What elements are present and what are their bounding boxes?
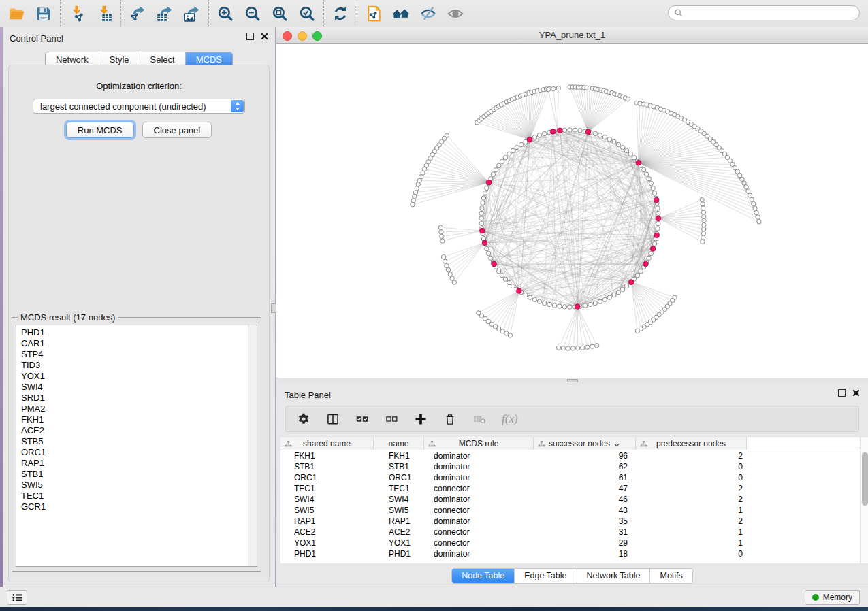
open-file-icon[interactable]: [6, 3, 27, 24]
zoom-fit-icon[interactable]: [270, 3, 290, 24]
cell-predecessor_nodes: 2: [636, 451, 747, 461]
horizontal-splitter-handle[interactable]: [567, 379, 578, 382]
column-header-name[interactable]: name: [374, 437, 424, 450]
float-table-panel-icon[interactable]: [838, 389, 846, 397]
cell-mcds_role: dominator: [424, 549, 534, 559]
table-tabs: Node TableEdge TableNetwork TableMotifs: [276, 568, 868, 584]
delete-icon[interactable]: [443, 412, 457, 426]
tab-network-table[interactable]: Network Table: [577, 569, 650, 583]
zoom-selected-icon[interactable]: [297, 3, 317, 24]
result-list-scrollbar[interactable]: [248, 325, 257, 566]
column-type-icon: [640, 440, 647, 448]
task-history-button[interactable]: [7, 590, 27, 605]
import-network-icon[interactable]: [67, 3, 87, 24]
mcds-result-item[interactable]: YOX1: [21, 371, 257, 382]
optimization-select[interactable]: largest connected component (undirected): [33, 99, 245, 114]
column-label: name: [388, 439, 408, 448]
mcds-result-item[interactable]: TEC1: [21, 491, 257, 501]
column-header-MCDS-role[interactable]: MCDS role: [424, 437, 534, 450]
mcds-result-item[interactable]: STB5: [21, 436, 257, 447]
network-from-file-icon[interactable]: [364, 3, 384, 24]
show-visualization-icon[interactable]: [445, 3, 466, 24]
column-header-successor-nodes[interactable]: successor nodes: [534, 437, 636, 450]
home-icon[interactable]: [391, 3, 411, 24]
mcds-result-item[interactable]: ACE2: [21, 425, 257, 436]
column-header-shared-name[interactable]: shared name: [280, 437, 374, 450]
mcds-result-item[interactable]: TID3: [21, 360, 257, 371]
settings-icon[interactable]: [297, 412, 310, 426]
select-all-icon[interactable]: [355, 412, 369, 426]
maximize-window-icon[interactable]: [312, 31, 322, 41]
zoom-in-icon[interactable]: [215, 3, 236, 24]
cell-shared_name: SWI4: [280, 495, 374, 504]
table-row[interactable]: FKH1FKH1dominator962: [280, 450, 860, 461]
cell-shared_name: TEC1: [280, 484, 374, 493]
mcds-result-item[interactable]: SWI4: [21, 382, 257, 393]
table-row[interactable]: TEC1TEC1connector472: [280, 483, 860, 494]
network-canvas[interactable]: [276, 44, 868, 378]
deselect-all-icon[interactable]: [385, 412, 398, 426]
add-icon[interactable]: [414, 412, 428, 426]
run-mcds-button[interactable]: Run MCDS: [66, 122, 134, 138]
horizontal-splitter[interactable]: [276, 378, 868, 383]
refresh-layout-icon[interactable]: [330, 3, 351, 24]
minimize-window-icon[interactable]: [298, 31, 307, 41]
export-table-icon[interactable]: [155, 3, 175, 24]
export-network-icon[interactable]: [127, 3, 148, 24]
sort-desc-icon[interactable]: [613, 442, 620, 448]
dominator-node: [492, 261, 497, 267]
close-panel-icon[interactable]: [261, 33, 268, 40]
cell-mcds_role: connector: [424, 506, 534, 515]
vertical-splitter-handle[interactable]: [271, 303, 276, 313]
import-table-icon[interactable]: [94, 3, 114, 24]
table-row[interactable]: STB1STB1dominator620: [280, 461, 860, 472]
node-table-header: shared namenameMCDS rolesuccessor nodesp…: [280, 437, 860, 450]
table-row[interactable]: RAP1RAP1dominator352: [280, 516, 860, 527]
mcds-result-item[interactable]: FKH1: [21, 414, 257, 425]
mcds-result-item[interactable]: STB1: [21, 469, 257, 480]
search-input[interactable]: [684, 7, 859, 19]
table-row[interactable]: ACE2ACE2connector311: [280, 527, 860, 538]
export-image-icon[interactable]: [182, 3, 202, 24]
mcds-result-item[interactable]: GCR1: [21, 501, 257, 512]
close-panel-button[interactable]: Close panel: [142, 122, 212, 138]
table-row[interactable]: YOX1YOX1connector291: [280, 538, 860, 548]
zoom-out-icon[interactable]: [242, 3, 263, 24]
table-scrollbar-thumb[interactable]: [862, 452, 868, 506]
table-row[interactable]: PHD1PHD1dominator180: [280, 548, 860, 559]
tab-motifs[interactable]: Motifs: [649, 569, 692, 583]
network-window-titlebar[interactable]: YPA_prune.txt_1: [276, 27, 868, 44]
select-stepper-icon[interactable]: [231, 100, 244, 112]
table-scrollbar[interactable]: [860, 437, 868, 563]
mcds-result-item[interactable]: RAP1: [21, 458, 257, 469]
table-row[interactable]: SWI4SWI4dominator462: [280, 494, 860, 505]
search-box[interactable]: [668, 5, 860, 20]
mcds-result-list[interactable]: PHD1CAR1STP4TID3YOX1SWI4SRD1PMA2FKH1ACE2…: [16, 325, 257, 567]
column-header-predecessor-nodes[interactable]: predecessor nodes: [636, 437, 747, 450]
hide-visualization-icon[interactable]: [418, 3, 438, 24]
mcds-result-item[interactable]: CAR1: [21, 338, 257, 349]
mcds-result-item[interactable]: SRD1: [21, 393, 257, 403]
cell-shared_name: ORC1: [280, 473, 374, 482]
tab-node-table[interactable]: Node Table: [452, 569, 514, 583]
mcds-result-item[interactable]: PMA2: [21, 403, 257, 414]
cell-name: SWI5: [374, 506, 424, 515]
columns-icon[interactable]: [326, 412, 340, 426]
mcds-result-item[interactable]: ORC1: [21, 447, 257, 458]
mcds-result-item[interactable]: SWI5: [21, 480, 257, 491]
function-icon[interactable]: f(x): [502, 412, 518, 426]
close-table-panel-icon[interactable]: [852, 389, 860, 397]
mcds-result-item[interactable]: PHD1: [21, 327, 257, 338]
toolbar-group: [0, 0, 60, 27]
cell-shared_name: FKH1: [280, 451, 374, 461]
network-graph[interactable]: [276, 44, 868, 378]
table-row[interactable]: ORC1ORC1dominator610: [280, 472, 860, 483]
close-window-icon[interactable]: [283, 31, 292, 41]
save-session-icon[interactable]: [33, 3, 54, 24]
float-panel-icon[interactable]: [246, 33, 254, 40]
memory-button[interactable]: Memory: [805, 590, 860, 605]
delete-table-icon[interactable]: [472, 412, 486, 426]
mcds-result-item[interactable]: STP4: [21, 349, 257, 360]
table-row[interactable]: SWI5SWI5connector431: [280, 505, 860, 516]
tab-edge-table[interactable]: Edge Table: [514, 569, 576, 583]
